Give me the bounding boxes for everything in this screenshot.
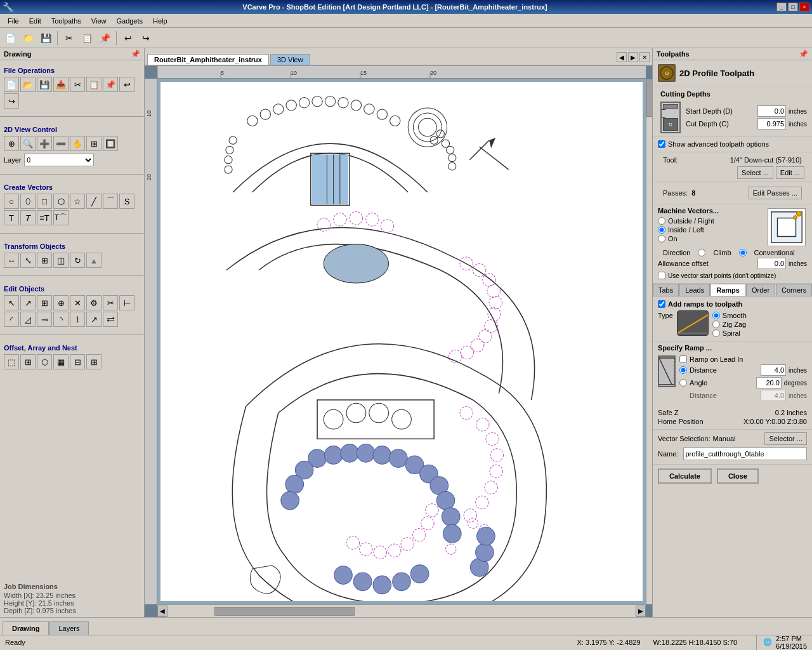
save-file-btn[interactable]: 💾: [37, 77, 52, 92]
fillet-btn[interactable]: ◜: [4, 312, 19, 327]
ramp-on-lead-checkbox[interactable]: [679, 355, 687, 363]
use-vector-checkbox[interactable]: [658, 272, 665, 279]
align-btn[interactable]: ⊞: [37, 253, 52, 268]
zigzag-radio[interactable]: [712, 321, 720, 328]
allowance-input[interactable]: [757, 258, 786, 269]
close-button[interactable]: Close: [717, 468, 759, 484]
circle-btn[interactable]: ○: [4, 194, 19, 209]
mirror-btn[interactable]: ◫: [53, 253, 69, 268]
distance-radio[interactable]: [679, 366, 687, 374]
inside-left-radio[interactable]: [658, 226, 665, 234]
measure-btn[interactable]: ⌇: [70, 312, 85, 327]
move-btn[interactable]: ↔: [4, 253, 19, 268]
tab-order[interactable]: Order: [746, 284, 775, 296]
grid-btn[interactable]: ⊞: [86, 136, 102, 151]
distance-input[interactable]: [761, 364, 786, 376]
zoom-selected-btn[interactable]: 🔍: [20, 136, 36, 151]
selector-button[interactable]: Selector ...: [764, 432, 807, 445]
drawing-canvas[interactable]: [157, 79, 646, 604]
name-input[interactable]: [683, 448, 807, 460]
pin-icon[interactable]: 📌: [131, 50, 140, 58]
cut-depth-input[interactable]: [757, 118, 786, 129]
select-tool-button[interactable]: Select ...: [737, 166, 773, 179]
reverse-btn[interactable]: ⮂: [103, 312, 118, 327]
menu-help[interactable]: Help: [148, 16, 173, 26]
next-tab-btn[interactable]: ▶: [628, 52, 638, 62]
menu-file[interactable]: File: [3, 16, 24, 26]
menu-gadgets[interactable]: Gadgets: [111, 16, 148, 26]
nest-btn[interactable]: ⬡: [37, 354, 52, 369]
tab-leads[interactable]: Leads: [679, 284, 710, 296]
start-depth-input[interactable]: [757, 105, 786, 117]
extend-btn[interactable]: ⊢: [119, 295, 134, 310]
undo-button[interactable]: ↩: [121, 30, 136, 46]
zoom-out-btn[interactable]: ➖: [53, 136, 69, 151]
climb-radio[interactable]: [698, 249, 705, 256]
save-button[interactable]: 💾: [38, 30, 53, 46]
angle-input[interactable]: [756, 377, 782, 388]
distance2-input[interactable]: [761, 390, 786, 401]
bottom-tab-layers[interactable]: Layers: [49, 621, 89, 635]
maximize-button[interactable]: □: [788, 3, 798, 11]
snap-node-btn[interactable]: ✕: [70, 295, 85, 310]
menu-toolpaths[interactable]: Toolpaths: [46, 16, 86, 26]
node-insert-btn[interactable]: ⊞: [37, 295, 52, 310]
rect-btn[interactable]: □: [37, 194, 52, 209]
chamfer-btn[interactable]: ◿: [20, 312, 36, 327]
bezier-btn[interactable]: S: [119, 194, 134, 209]
h-scrollbar[interactable]: ◀ ▶: [157, 604, 646, 617]
bottom-tab-drawing[interactable]: Drawing: [3, 621, 49, 635]
scroll-left-btn[interactable]: ◀: [157, 606, 167, 617]
canvas-area[interactable]: 5 10 15 20 10 20: [145, 66, 652, 617]
tab-ramps[interactable]: Ramps: [710, 284, 745, 296]
open-file-btn[interactable]: 📂: [20, 77, 36, 92]
dog-bone-btn[interactable]: ⊸: [37, 312, 52, 327]
tab-tabs[interactable]: Tabs: [653, 284, 679, 296]
group-btn[interactable]: ⊟: [70, 354, 85, 369]
polyline-btn[interactable]: ╱: [86, 194, 102, 209]
scroll-right-btn[interactable]: ▶: [636, 606, 646, 617]
arc-btn[interactable]: ⌒: [103, 194, 118, 209]
add-ramps-checkbox[interactable]: [658, 300, 665, 308]
layout-btn[interactable]: ▦: [53, 354, 69, 369]
smooth-radio[interactable]: [712, 312, 720, 319]
layer-select[interactable]: 0: [24, 154, 94, 166]
poly-dir-btn[interactable]: ↗: [86, 312, 102, 327]
zoom-in-btn[interactable]: ➕: [37, 136, 52, 151]
close-tab-btn[interactable]: ✕: [639, 52, 650, 62]
copy-button[interactable]: 📋: [79, 30, 95, 46]
minimize-button[interactable]: _: [776, 3, 787, 11]
outside-right-radio[interactable]: [658, 217, 665, 225]
star-btn[interactable]: ☆: [70, 194, 85, 209]
undo-btn[interactable]: ↩: [119, 77, 134, 92]
rotate-btn[interactable]: ↻: [70, 253, 85, 268]
spiral-radio[interactable]: [712, 329, 720, 337]
calculate-button[interactable]: Calculate: [658, 468, 712, 484]
pan-btn[interactable]: ✋: [70, 136, 85, 151]
text2-btn[interactable]: T: [20, 210, 36, 225]
array-btn[interactable]: ⊞: [20, 354, 36, 369]
new-file-btn[interactable]: 📄: [4, 77, 19, 92]
redo-button[interactable]: ↪: [138, 30, 154, 46]
close-button[interactable]: ×: [799, 3, 809, 11]
paste-btn[interactable]: 📌: [103, 77, 118, 92]
new-button[interactable]: 📄: [3, 30, 18, 46]
distort-btn[interactable]: ⟁: [86, 253, 102, 268]
redo-btn[interactable]: ↪: [4, 93, 19, 109]
offset-btn[interactable]: ⬚: [4, 354, 19, 369]
menu-view[interactable]: View: [86, 16, 112, 26]
word-wrap-btn[interactable]: ≡T: [37, 210, 52, 225]
copy-btn[interactable]: 📋: [86, 77, 102, 92]
smart-fillet-btn[interactable]: ◝: [53, 312, 69, 327]
ungroup-btn[interactable]: ⊞: [86, 354, 102, 369]
rp-pin-icon[interactable]: 📌: [799, 50, 808, 58]
on-radio[interactable]: [658, 235, 665, 242]
snap-btn[interactable]: 🔲: [103, 136, 118, 151]
open-button[interactable]: 📁: [20, 30, 36, 46]
art-text-btn[interactable]: T⌒: [53, 210, 69, 225]
cut-button[interactable]: ✂: [62, 30, 77, 46]
weld-btn[interactable]: ⚙: [86, 295, 102, 310]
tab-3dview[interactable]: 3D View: [270, 54, 310, 65]
zoom-extents-btn[interactable]: ⊕: [4, 136, 19, 151]
edit-passes-button[interactable]: Edit Passes ...: [749, 187, 802, 199]
